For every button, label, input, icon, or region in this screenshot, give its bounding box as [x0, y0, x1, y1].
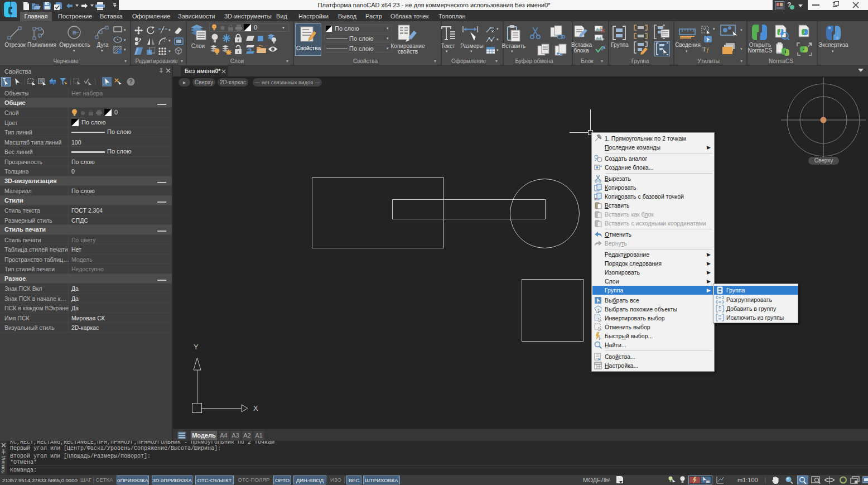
svg-text:Т: Т	[702, 46, 706, 52]
svg-text:?: ?	[129, 79, 133, 85]
svg-text:Y: Y	[194, 343, 199, 351]
svg-text:f: f	[707, 47, 709, 53]
svg-text:X: X	[253, 404, 258, 412]
